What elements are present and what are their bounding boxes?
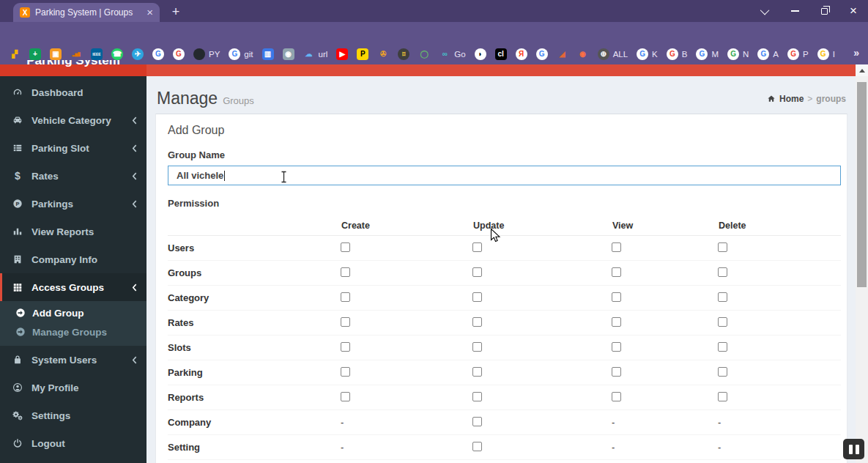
user-icon xyxy=(11,382,24,393)
permission-checkbox[interactable] xyxy=(472,367,482,377)
bookmark-ring-icon[interactable]: ◯ xyxy=(418,48,430,60)
sidebar-item-parking-slot[interactable]: Parking Slot xyxy=(0,134,146,162)
bookmark-google-icon[interactable]: GK xyxy=(637,48,658,60)
sidebar-item-company-info[interactable]: Company Info xyxy=(0,245,146,273)
bookmark-camera-icon[interactable]: ◉ xyxy=(283,48,294,60)
window-close-button[interactable]: × xyxy=(839,0,868,22)
scrollbar-thumb[interactable] xyxy=(857,82,867,287)
bookmark-p-icon[interactable]: P xyxy=(357,48,368,60)
sidebar-item-label: Dashboard xyxy=(31,87,84,98)
breadcrumb-home-link[interactable]: Home xyxy=(779,94,804,104)
bookmark-google-icon[interactable]: GB xyxy=(667,48,688,60)
permission-checkbox[interactable] xyxy=(718,292,727,302)
bookmark-godaddy-icon[interactable]: ∞Go xyxy=(439,48,465,60)
bookmark-cloud-icon[interactable]: ☁url xyxy=(303,48,328,60)
window-menu-chevron-icon[interactable] xyxy=(751,0,780,22)
bookmark-telegram-icon[interactable]: ✈ xyxy=(132,48,144,60)
bookmark-google-icon[interactable]: GI xyxy=(817,48,835,60)
bookmark-whatsapp-icon[interactable]: ☎ xyxy=(111,48,123,60)
sidebar-item-dashboard[interactable]: Dashboard xyxy=(0,78,146,106)
permission-checkbox[interactable] xyxy=(341,367,350,377)
sidebar-item-my-profile[interactable]: My Profile xyxy=(0,374,146,401)
group-name-input[interactable]: All vichele xyxy=(168,166,841,185)
window-minimize-button[interactable] xyxy=(780,0,809,22)
permission-checkbox[interactable] xyxy=(612,267,621,277)
tab-close-icon[interactable]: × xyxy=(146,7,153,18)
sidebar-subitem-add-group[interactable]: Add Group xyxy=(0,303,146,322)
permission-checkbox[interactable] xyxy=(472,242,482,252)
sidebar-item-logout[interactable]: Logout xyxy=(0,429,146,457)
permission-checkbox[interactable] xyxy=(718,317,727,327)
permission-checkbox[interactable] xyxy=(472,317,482,327)
scrollbar-up-arrow-icon[interactable] xyxy=(856,64,868,76)
bookmark-sheets-icon[interactable]: + xyxy=(29,48,41,60)
bookmark-cube-icon[interactable]: ▣ xyxy=(50,48,62,60)
bookmark-movie-camera-icon[interactable]: ✇ xyxy=(377,48,389,60)
bookmark-analytics-icon[interactable]: ▂▆█ xyxy=(70,48,82,60)
bookmark-duck-icon[interactable]: ◗ xyxy=(475,48,486,60)
permission-checkbox[interactable] xyxy=(341,342,350,352)
bookmark-eye-icon[interactable]: ◉ xyxy=(577,48,589,60)
breadcrumb-current: groups xyxy=(816,94,846,104)
sidebar-item-rates[interactable]: $Rates xyxy=(0,162,146,190)
permission-checkbox[interactable] xyxy=(612,342,621,352)
permission-checkbox[interactable] xyxy=(612,317,621,327)
permission-checkbox[interactable] xyxy=(718,342,727,352)
permission-checkbox[interactable] xyxy=(612,367,621,377)
permission-checkbox[interactable] xyxy=(472,342,482,352)
permission-checkbox[interactable] xyxy=(718,367,727,377)
bookmark-label: P xyxy=(803,50,809,59)
mouse-cursor xyxy=(490,228,501,246)
bookmark-yandex-icon[interactable]: Я xyxy=(516,48,527,60)
sidebar-item-access-groups[interactable]: Access Groups xyxy=(0,273,146,301)
permission-checkbox[interactable] xyxy=(612,392,621,401)
permission-checkbox[interactable] xyxy=(472,417,482,426)
bookmarks-overflow-chevrons[interactable]: » xyxy=(853,47,859,59)
window-restore-button[interactable] xyxy=(809,0,839,22)
bookmark-github-icon[interactable]: PY xyxy=(193,48,220,60)
cl-icon: cl xyxy=(495,48,507,60)
permission-checkbox[interactable] xyxy=(472,267,482,277)
permission-checkbox[interactable] xyxy=(612,292,621,302)
bookmark-cart-icon[interactable]: ¤ xyxy=(398,48,409,60)
bookmark-cl-icon[interactable]: cl xyxy=(495,48,507,60)
bookmark-globe-icon[interactable]: ⊕ALL xyxy=(598,48,628,60)
permission-checkbox[interactable] xyxy=(718,392,727,401)
bookmark-image-icon[interactable]: ▥ xyxy=(262,48,274,60)
permission-checkbox[interactable] xyxy=(718,267,727,277)
bookmark-google-icon[interactable]: GA xyxy=(757,48,779,60)
recording-pause-button[interactable] xyxy=(843,439,864,459)
permission-checkbox[interactable] xyxy=(341,392,350,401)
permission-checkbox[interactable] xyxy=(341,267,350,277)
permission-checkbox[interactable] xyxy=(341,292,350,302)
bookmark-youtube-icon[interactable]: ▶ xyxy=(336,48,348,60)
permission-checkbox[interactable] xyxy=(472,392,482,401)
permission-checkbox[interactable] xyxy=(612,242,621,252)
sidebar-item-vehicle-category[interactable]: Vehicle Category xyxy=(0,106,146,134)
bookmark-ieee-icon[interactable]: IEEE xyxy=(91,48,103,60)
bookmark-google-ads-icon[interactable]: ▞ xyxy=(9,48,21,60)
permission-checkbox[interactable] xyxy=(341,317,350,327)
bookmark-matlab-icon[interactable]: ◢ xyxy=(557,48,568,60)
sidebar-item-view-reports[interactable]: View Reports xyxy=(0,218,146,245)
permission-checkbox[interactable] xyxy=(341,242,350,252)
sidebar-item-system-users[interactable]: System Users xyxy=(0,346,146,374)
browser-tab[interactable]: X Parking System | Groups × xyxy=(13,3,160,22)
bookmark-google-icon[interactable]: GM xyxy=(696,48,719,60)
sidebar-item-parkings[interactable]: PParkings xyxy=(0,190,146,218)
permission-checkbox[interactable] xyxy=(472,442,482,451)
bookmark-google-icon[interactable]: G xyxy=(536,48,548,60)
bookmark-google-icon[interactable]: GP xyxy=(787,48,809,60)
sidebar-subitem-manage-groups[interactable]: Manage Groups xyxy=(0,322,146,341)
cloud-icon: ☁ xyxy=(303,48,315,60)
permission-checkbox[interactable] xyxy=(472,292,482,302)
sidebar-item-settings[interactable]: Settings xyxy=(0,401,146,429)
bookmark-google-icon[interactable]: GN xyxy=(727,48,749,60)
bookmark-google-icon[interactable]: G xyxy=(173,48,185,60)
bookmark-google-icon[interactable]: G xyxy=(152,48,164,60)
cube-icon: ▣ xyxy=(50,48,62,60)
permission-checkbox[interactable] xyxy=(718,242,727,252)
bookmark-google-icon[interactable]: Ggit xyxy=(229,48,253,60)
page-scrollbar[interactable] xyxy=(856,64,868,463)
new-tab-button[interactable]: + xyxy=(167,3,185,21)
